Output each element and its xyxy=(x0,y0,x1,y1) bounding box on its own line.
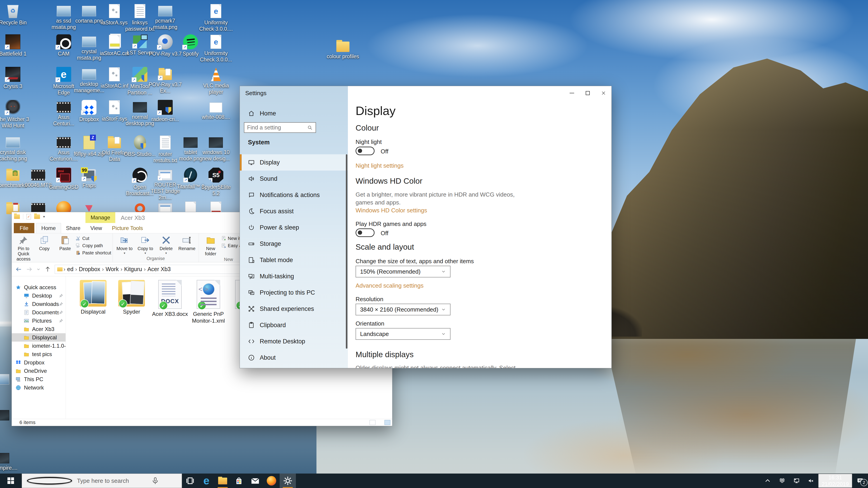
file-item[interactable]: DOCX✓ Acer XB3.docx xyxy=(152,280,188,318)
desktop-icon[interactable]: e Uniformity Check 3.0.0.... xyxy=(199,4,233,32)
search-input[interactable] xyxy=(247,124,301,131)
orientation-dropdown[interactable]: Landscape xyxy=(355,328,451,340)
sidebar-item-tablet-mode[interactable]: Tablet mode xyxy=(240,252,348,268)
desktop-icon[interactable]: Recycle Bin xyxy=(0,4,30,26)
volume-muted-tray-icon[interactable] xyxy=(804,474,818,488)
sidebar-item-this-pc[interactable]: This PC xyxy=(12,375,66,383)
scale-dropdown[interactable]: 150% (Recommended) xyxy=(355,266,451,278)
sidebar-item-network[interactable]: Network xyxy=(12,383,66,392)
sidebar-item-home[interactable]: Home xyxy=(240,107,348,120)
desktop-icon[interactable]: ↗ VLC media player xyxy=(199,67,233,95)
ribbon-button-paste-shortcut[interactable]: Paste shortcut xyxy=(75,250,111,256)
sidebar-scrollbar[interactable] xyxy=(346,154,347,349)
desktop-icon[interactable] xyxy=(72,201,106,212)
sidebar-item-displaycal[interactable]: Displaycal xyxy=(12,333,66,341)
ribbon-button-paste[interactable]: Paste xyxy=(55,234,75,262)
sidebar-item-storage[interactable]: Storage xyxy=(240,236,348,252)
ribbon-button-rename[interactable]: Rename xyxy=(177,234,197,256)
resolution-dropdown[interactable]: 3840 × 2160 (Recommended) xyxy=(355,304,451,315)
desktop-icon[interactable]: crystal disk caching.png xyxy=(0,135,30,162)
tab-home[interactable]: Home xyxy=(36,223,61,233)
sidebar-item-notifications-actions[interactable]: Notifications & actions xyxy=(240,187,348,203)
manage-contextual-tab[interactable]: Manage xyxy=(86,212,115,223)
file-item[interactable]: ✓ Displaycal xyxy=(75,280,111,315)
ribbon-button-delete[interactable]: Delete ▾ xyxy=(156,234,177,256)
action-center-button[interactable]: 2 xyxy=(852,474,868,488)
task-view-taskbar-button[interactable] xyxy=(182,474,198,488)
search-icon[interactable] xyxy=(307,125,313,131)
sidebar-item-dropbox[interactable]: Dropbox xyxy=(12,358,66,367)
sidebar-item-acer-xb3[interactable]: Acer Xb3 xyxy=(12,325,66,333)
sidebar-item-remote-desktop[interactable]: Remote Desktop xyxy=(240,333,348,350)
sidebar-item-display[interactable]: Display xyxy=(240,154,348,170)
desktop-icon[interactable]: ↗ The Witcher 3 Wild Hunt xyxy=(0,100,30,129)
sidebar-item-iometer-1-1-0-win64[interactable]: iometer-1.1.0-win64 xyxy=(12,341,66,350)
clock[interactable]: 16:31 21/02/2019 xyxy=(818,474,852,488)
ribbon-button-copy[interactable]: Copy xyxy=(34,234,55,262)
tab-file[interactable]: File xyxy=(14,223,34,233)
desktop-icon[interactable]: e Uniformity Check 3.0.0... xyxy=(199,34,233,63)
ribbon-button-cut[interactable]: Cut xyxy=(75,236,111,241)
sidebar-item-onedrive[interactable]: OneDrive xyxy=(12,367,66,375)
sidebar-item-multi-tasking[interactable]: Multi-tasking xyxy=(240,268,348,285)
properties-qat-icon[interactable]: ✓ xyxy=(26,214,31,219)
desktop-icon[interactable]: S5↗ Spyder5Elite 5.2 xyxy=(199,168,233,197)
breadcrumb-item[interactable]: Dropbox xyxy=(77,266,102,272)
desktop-icon[interactable]: pcmark7 msata.png xyxy=(148,4,182,30)
breadcrumb-item[interactable]: Kitguru xyxy=(122,266,144,272)
dropbox-tray-icon[interactable] xyxy=(775,474,789,488)
sidebar-item-pictures[interactable]: Pictures xyxy=(12,317,66,325)
sidebar-item-shared-experiences[interactable]: Shared experiences xyxy=(240,301,348,317)
sidebar-item-focus-assist[interactable]: Focus assist xyxy=(240,203,348,219)
night-light-settings-link[interactable]: Night light settings xyxy=(355,162,403,169)
desktop-icon[interactable]: ↗ POV-Ray v3.7 Ex... xyxy=(148,67,182,94)
store-taskbar-button[interactable] xyxy=(231,474,247,488)
sidebar-item-about[interactable]: About xyxy=(240,350,348,366)
file-item[interactable]: < >✓ Generic PnP Monitor-1.xml xyxy=(190,280,226,324)
desktop-icon[interactable]: ↗ Battlefield 1 xyxy=(0,34,30,57)
sidebar-item-test-pics[interactable]: test pics xyxy=(12,350,66,358)
sidebar-item-desktop[interactable]: Desktop xyxy=(12,291,66,300)
network-tray-icon[interactable] xyxy=(789,474,804,488)
breadcrumb-item[interactable]: Work xyxy=(104,266,121,272)
firefox-taskbar-button[interactable] xyxy=(264,474,280,488)
forward-button[interactable] xyxy=(26,266,33,273)
desktop-icon[interactable]: las Empire.... xyxy=(0,451,19,471)
desktop-icon[interactable]: ↗ radeon-cri... xyxy=(148,100,182,123)
desktop-icon[interactable]: 99↗ Fraps xyxy=(72,168,106,189)
tab-view[interactable]: View xyxy=(86,223,107,233)
settings-search[interactable] xyxy=(244,122,316,133)
tab-picture-tools[interactable]: Picture Tools xyxy=(107,223,148,233)
hdr-toggle[interactable]: Off xyxy=(355,228,375,237)
breadcrumb-item[interactable]: Acer Xb3 xyxy=(146,266,173,272)
sidebar-item-sound[interactable]: Sound xyxy=(240,170,348,187)
desktop-icon[interactable]: colour profiles xyxy=(326,39,360,60)
sidebar-item-downloads[interactable]: Downloads xyxy=(12,300,66,308)
details-view-button[interactable] xyxy=(370,420,375,425)
hdr-settings-link[interactable]: Windows HD Color settings xyxy=(355,207,427,214)
thumbnail-view-button[interactable] xyxy=(384,420,391,425)
file-explorer-taskbar-button[interactable] xyxy=(215,474,231,488)
minimize-button[interactable] xyxy=(564,86,580,100)
taskbar-search[interactable]: Type here to search xyxy=(22,474,182,488)
desktop-icon[interactable]: ↗ Crysis 3 xyxy=(0,67,30,90)
customize-qat-caret-icon[interactable]: ▾ xyxy=(43,215,45,219)
sidebar-item-quick-access[interactable]: Quick access xyxy=(12,283,66,291)
sidebar-item-documents[interactable]: Documents xyxy=(12,308,66,317)
settings-taskbar-button[interactable] xyxy=(280,474,296,488)
tray-overflow-chevron[interactable] xyxy=(761,474,775,488)
breadcrumb-item[interactable]: ed xyxy=(65,266,75,272)
microphone-icon[interactable] xyxy=(134,477,177,485)
sidebar-item-clipboard[interactable]: Clipboard xyxy=(240,317,348,333)
file-item[interactable]: ✓ Spyder xyxy=(114,280,150,315)
ribbon-button-move-to[interactable]: Move to ▾ xyxy=(114,234,135,256)
ribbon-button-copy-to[interactable]: Copy to ▾ xyxy=(135,234,156,256)
sidebar-item-power-sleep[interactable]: Power & sleep xyxy=(240,219,348,236)
sidebar-item-projecting-to-this-pc[interactable]: Projecting to this PC xyxy=(240,285,348,301)
start-button[interactable] xyxy=(0,474,22,488)
tab-share[interactable]: Share xyxy=(61,223,86,233)
back-button[interactable] xyxy=(16,266,22,273)
ribbon-button-pin-to-quick-access[interactable]: Pin to Quick access xyxy=(13,234,34,262)
maximize-button[interactable] xyxy=(580,86,596,100)
ribbon-button-new-folder[interactable]: New folder xyxy=(200,234,221,256)
